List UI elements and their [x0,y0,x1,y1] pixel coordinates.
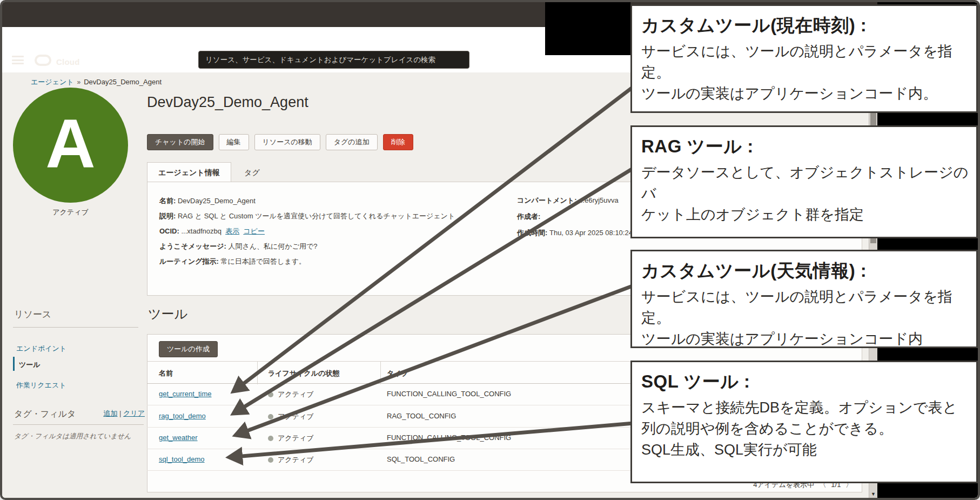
ocid-show-link[interactable]: 表示 [225,227,239,235]
agent-status-label: アクティブ [13,208,128,217]
callout-title: SQL ツール : [641,370,971,394]
callout-line: ツールの実装はアプリケーションコード内 [641,329,971,350]
callout-line: スキーマと接続先DBを定義。オプションで表と [641,397,971,418]
move-resource-button[interactable]: リソースの移動 [254,134,320,150]
sidebar-divider [13,327,138,328]
tag-filter-link-separator: | [119,409,121,417]
header-separator [380,362,381,384]
callout-line: SQL生成、SQL実行が可能 [641,439,971,461]
action-button-row: チャットの開始 編集 リソースの移動 タグの追加 削除 [147,134,413,150]
callout-line: サービスには、ツールの説明とパラメータを指定。 [641,286,971,329]
agent-avatar: A [13,88,128,203]
tools-section-title: ツール [148,305,187,323]
callout-line: ケット上のオブジェクト群を指定 [641,204,971,225]
header-separator [257,362,258,384]
tool-link[interactable]: get_current_time [159,390,212,398]
tool-link[interactable]: rag_tool_demo [159,412,206,420]
edit-button[interactable]: 編集 [219,134,249,150]
tag-filter-empty-note: タグ・フィルタは適用されていません [14,432,131,441]
breadcrumb: エージェント»DevDay25_Demo_Agent [31,77,162,87]
callout-line: サービスには、ツールの説明とパラメータを指定。 [641,41,971,83]
tab-tags[interactable]: タグ [233,163,271,183]
sidebar-item-tools[interactable]: ツール [19,360,41,370]
tool-state: アクティブ [278,390,314,399]
header-name: 名前 [159,369,173,378]
oracle-logo-icon [35,55,51,66]
status-dot-icon [268,392,273,397]
tool-state: アクティブ [278,434,314,443]
tool-type: SQL_TOOL_CONFIG [387,455,455,463]
tool-state: アクティブ [278,412,314,422]
callout-line: ツールの実装はアプリケーションコード内。 [641,83,971,104]
black-mask-top [545,2,630,55]
hamburger-menu-icon[interactable] [12,56,24,64]
callout-custom-tool-weather: カスタムツール(天気情報) : サービスには、ツールの説明とパラメータを指定。 … [630,250,978,348]
start-chat-button[interactable]: チャットの開始 [147,134,213,150]
callout-custom-tool-time: カスタムツール(現在時刻) : サービスには、ツールの説明とパラメータを指定。 … [630,4,978,113]
callout-title: RAG ツール : [641,135,971,159]
status-dot-icon [268,436,273,441]
tag-filter-add-link[interactable]: 追加 [103,409,117,417]
tool-type: FUNCTION_CALLING_TOOL_CONFIG [387,390,511,398]
global-search-input[interactable]: リソース、サービス、ドキュメントおよびマーケットプレイスの検索 [198,51,469,69]
delete-button[interactable]: 削除 [383,134,413,150]
scrollbar-down-icon[interactable]: ▼ [869,491,877,497]
tab-bar: エージェント情報 タグ [147,162,271,183]
callout-line: データソースとして、オブジェクトストレージのバ [641,162,971,204]
tag-filter-divider [13,424,144,425]
tool-type: FUNCTION_CALLING_TOOL_CONFIG [387,434,511,442]
tag-filter-title: タグ・フィルタ [14,409,76,418]
slide-canvas: Cloud リソース、サービス、ドキュメントおよびマーケットプレイスの検索 エー… [0,0,980,500]
callout-rag-tool: RAG ツール : データソースとして、オブジェクトストレージのバ ケット上のオ… [630,125,978,238]
brand-label: Cloud [56,57,80,66]
ocid-copy-link[interactable]: コピー [243,227,265,235]
page-title: DevDay25_Demo_Agent [147,94,308,111]
callout-title: カスタムツール(天気情報) : [641,259,971,283]
tag-filter-clear-link[interactable]: クリア [123,409,145,417]
header-lifecycle-state: ライフサイクルの状態 [268,369,339,378]
tag-filter-header: タグ・フィルタ 追加 | クリア [14,409,145,420]
breadcrumb-parent-link[interactable]: エージェント [31,78,74,86]
callout-line: 列の説明や例を含めることができる。 [641,418,971,439]
status-dot-icon [268,457,273,463]
create-tool-button[interactable]: ツールの作成 [159,341,218,357]
breadcrumb-current: DevDay25_Demo_Agent [84,78,162,86]
tool-link[interactable]: get_weather [159,434,198,442]
add-tags-button[interactable]: タグの追加 [326,134,378,150]
header-type: タイプ [387,369,408,378]
callout-title: カスタムツール(現在時刻) : [641,14,971,38]
tool-state: アクティブ [278,455,314,465]
sidebar-active-bar [13,357,15,371]
sidebar-item-endpoints[interactable]: エンドポイント [16,344,66,354]
tool-type: RAG_TOOL_CONFIG [387,412,456,420]
tool-link[interactable]: sql_tool_demo [159,455,205,463]
breadcrumb-separator: » [74,78,84,86]
callout-sql-tool: SQL ツール : スキーマと接続先DBを定義。オプションで表と 列の説明や例を… [630,361,978,483]
sidebar-item-work-requests[interactable]: 作業リクエスト [16,381,66,390]
status-dot-icon [268,414,273,419]
tab-agent-info[interactable]: エージェント情報 [147,162,231,182]
sidebar-resources-title: リソース [14,308,51,321]
